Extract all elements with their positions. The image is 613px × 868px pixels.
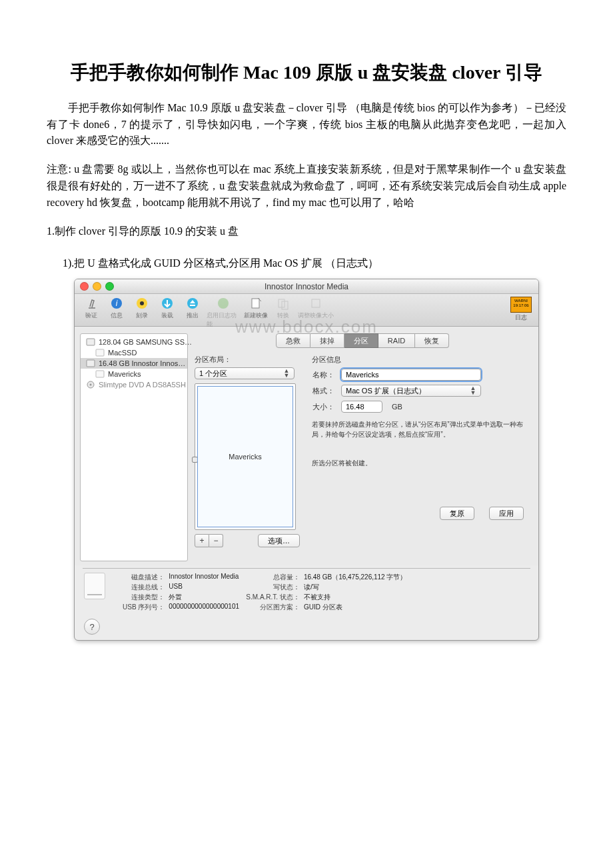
- sidebar-optical-drive[interactable]: Slimtype DVD A DS8A5SH: [81, 379, 187, 390]
- toolbar-label: 日志: [515, 314, 527, 321]
- info-key: 分区图方案：: [246, 603, 300, 612]
- tab-erase[interactable]: 抹掉: [310, 333, 344, 348]
- svg-text:i: i: [116, 299, 118, 308]
- toolbar-label: 新建映像: [244, 311, 268, 320]
- hdd-icon: [86, 338, 95, 346]
- toolbar: 验证 i 信息 刻录 装载: [75, 294, 538, 327]
- status-text: 所选分区将被创建。: [312, 458, 526, 468]
- sidebar-item-label: MacSSD: [108, 349, 137, 357]
- toolbar-eject[interactable]: 推出: [181, 295, 204, 320]
- revert-button[interactable]: 复原: [440, 507, 474, 520]
- info-key: 连接总线：: [123, 583, 165, 592]
- volume-icon: [95, 349, 105, 357]
- svg-rect-12: [96, 349, 104, 356]
- partition-block[interactable]: Mavericks: [197, 386, 293, 527]
- note-paragraph: 注意: u 盘需要 8g 或以上，当然你也可以在 mac 系统上直接安装新系统，…: [47, 161, 566, 211]
- sidebar-volume-mavericks[interactable]: Mavericks: [81, 369, 187, 379]
- info-value: Innostor Innostor Media: [169, 573, 242, 582]
- disk-utility-window: Innostor Innostor Media 验证 i 信息 刻录: [74, 279, 539, 641]
- toolbar-log[interactable]: WARNI 19:17:06 日志: [509, 297, 533, 322]
- sidebar-item-label: 16.48 GB Innostor Innos…: [99, 359, 185, 367]
- toolbar-burn[interactable]: 刻录: [131, 295, 153, 320]
- format-select-value: Mac OS 扩展（日志式）: [346, 386, 426, 396]
- name-input[interactable]: Mavericks: [341, 369, 481, 381]
- format-label: 格式：: [312, 386, 334, 396]
- layout-select-value: 1 个分区: [199, 369, 227, 379]
- usb-disk-icon: [86, 359, 95, 367]
- info-icon: i: [109, 295, 125, 311]
- step-1: 1.制作 clover 引导的原版 10.9 的安装 u 盘: [47, 223, 566, 240]
- info-key: USB 序列号：: [123, 603, 165, 612]
- toolbar-label: 转换: [277, 311, 289, 320]
- window-body: 128.04 GB SAMSUNG SS… MacSSD 16.48 GB In…: [75, 327, 538, 565]
- svg-rect-7: [252, 299, 259, 308]
- chevron-updown-icon: ▲▼: [283, 369, 290, 378]
- instruction-text: 若要抹掉所选磁盘并给它分区，请从“分区布局”弹出式菜单中选取一种布局，并给每个分…: [312, 419, 526, 439]
- size-label: 大小：: [312, 402, 334, 412]
- toolbar-label: 装载: [161, 311, 173, 320]
- toolbar-convert: 转换: [272, 295, 295, 320]
- info-key: 总容量：: [246, 573, 300, 582]
- toolbar-label: 调整映像大小: [298, 311, 334, 320]
- sidebar-item-label: Slimtype DVD A DS8A5SH: [99, 381, 186, 389]
- info-key: S.M.A.R.T. 状态：: [246, 593, 300, 602]
- toolbar-verify[interactable]: 验证: [80, 295, 103, 320]
- apply-button[interactable]: 应用: [489, 507, 524, 520]
- volume-icon: [95, 370, 105, 378]
- toolbar-label: 刻录: [136, 311, 148, 320]
- close-button[interactable]: [80, 282, 89, 291]
- substep-1-1: 1).把 U 盘格式化成 GUID 分区格式,分区用 Mac OS 扩展 （日志…: [47, 255, 566, 272]
- layout-select[interactable]: 1 个分区 ▲▼: [195, 367, 295, 379]
- toolbar-resize-image: 调整映像大小: [297, 295, 334, 320]
- name-label: 名称：: [312, 370, 334, 380]
- add-partition-button[interactable]: +: [195, 534, 209, 547]
- info-key: 磁盘描述：: [123, 573, 165, 582]
- tab-restore[interactable]: 恢复: [415, 333, 449, 348]
- mount-icon: [159, 295, 175, 311]
- tab-partition[interactable]: 分区: [344, 333, 378, 348]
- format-select[interactable]: Mac OS 扩展（日志式） ▲▼: [341, 385, 481, 397]
- window-title: Innostor Innostor Media: [75, 282, 538, 291]
- titlebar: Innostor Innostor Media: [75, 279, 538, 294]
- options-button[interactable]: 选项…: [258, 534, 300, 547]
- tab-first-aid[interactable]: 急救: [276, 333, 310, 348]
- tab-raid[interactable]: RAID: [378, 333, 415, 348]
- disk-thumbnail-icon: [84, 573, 105, 599]
- layout-label: 分区布局：: [195, 355, 300, 365]
- resize-icon: [308, 295, 324, 311]
- new-image-icon: [248, 295, 264, 311]
- burn-icon: [134, 295, 150, 311]
- svg-point-3: [140, 301, 144, 305]
- toolbar-enable-journal: 启用日志功能: [207, 295, 240, 329]
- sidebar-disk-samsung[interactable]: 128.04 GB SAMSUNG SS…: [81, 337, 187, 347]
- main-panel: 急救 抹掉 分区 RAID 恢复 分区布局： 1 个分区 ▲▼: [195, 333, 530, 561]
- eject-icon: [185, 295, 201, 311]
- remove-partition-button[interactable]: −: [209, 534, 223, 547]
- doc-title: 手把手教你如何制作 Mac 109 原版 u 盘安装盘 clover 引导: [47, 60, 566, 85]
- sidebar-disk-innostor[interactable]: 16.48 GB Innostor Innos…: [81, 358, 187, 369]
- partition-info-heading: 分区信息: [312, 355, 526, 365]
- zoom-button[interactable]: [105, 282, 114, 291]
- toolbar-mount[interactable]: 装载: [156, 295, 179, 320]
- journal-icon: [215, 295, 231, 311]
- info-key: 写状态：: [246, 583, 300, 592]
- minimize-button[interactable]: [93, 282, 101, 291]
- tab-bar: 急救 抹掉 分区 RAID 恢复: [195, 333, 530, 348]
- toolbar-new-image[interactable]: 新建映像: [243, 295, 269, 320]
- info-value: GUID 分区表: [304, 603, 407, 612]
- toolbar-label: 验证: [85, 311, 97, 320]
- svg-rect-13: [87, 360, 95, 367]
- partition-map[interactable]: Mavericks: [195, 383, 296, 530]
- convert-icon: [275, 295, 291, 311]
- optical-icon: [86, 381, 95, 389]
- toolbar-info[interactable]: i 信息: [105, 295, 128, 320]
- svg-point-6: [218, 298, 229, 309]
- sidebar-volume-macssd[interactable]: MacSSD: [81, 347, 187, 358]
- sidebar-item-label: Mavericks: [108, 370, 141, 378]
- disk-info-row: 磁盘描述：Innostor Innostor Media 总容量：16.48 G…: [75, 569, 538, 615]
- disk-info-grid: 磁盘描述：Innostor Innostor Media 总容量：16.48 G…: [123, 573, 406, 612]
- sidebar-item-label: 128.04 GB SAMSUNG SS…: [99, 338, 192, 346]
- svg-rect-10: [312, 299, 320, 307]
- size-input[interactable]: 16.48: [341, 401, 382, 413]
- help-button[interactable]: ?: [84, 619, 100, 635]
